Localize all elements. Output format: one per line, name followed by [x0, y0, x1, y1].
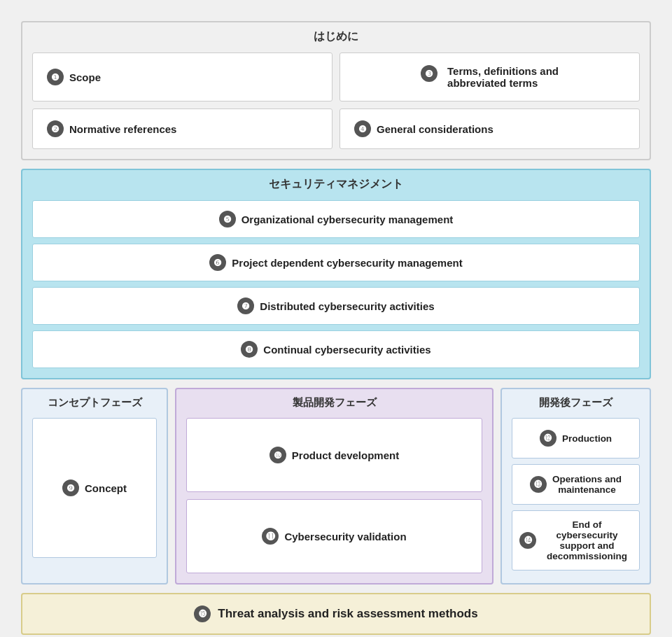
normative-num: ❷ [47, 120, 64, 137]
terms-num: ❸ [421, 65, 438, 82]
general-num: ❹ [354, 120, 371, 137]
cyber-validation-label: Cybersecurity validation [284, 531, 406, 542]
security-section: セキュリティマネジメント ❺ Organizational cybersecur… [21, 169, 651, 379]
main-container: はじめに ❶ Scope ❸ Terms, definitions andabb… [14, 14, 658, 637]
security-row-5: ❺ Organizational cybersecurity managemen… [32, 200, 640, 238]
postdev-phase-title: 開発後フェーズ [512, 396, 640, 410]
num-5: ❺ [219, 211, 236, 227]
intro-section: はじめに ❶ Scope ❸ Terms, definitions andabb… [21, 21, 651, 160]
postdev-phase: 開発後フェーズ ⓬ Production ⓭ Operations andmai… [500, 388, 651, 584]
concept-label: Concept [85, 482, 127, 494]
num-14: ⓮ [519, 532, 536, 549]
security-rows: ❺ Organizational cybersecurity managemen… [32, 200, 640, 368]
product-dev-cell: ❿ Product development [186, 418, 482, 492]
security-label-5: Organizational cybersecurity management [241, 214, 454, 225]
general-label: General considerations [377, 123, 493, 135]
num-12: ⓬ [540, 430, 556, 447]
security-label-7: Distributed cybersecurity activities [260, 300, 434, 312]
phases-section: コンセプトフェーズ ❾ Concept 製品開発フェーズ ❿ Product d… [21, 388, 651, 584]
threat-label: Threat analysis and risk assessment meth… [218, 607, 477, 621]
concept-phase-title: コンセプトフェーズ [32, 396, 157, 410]
general-cell: ❹ General considerations [340, 108, 640, 149]
threat-section: ⓯ Threat analysis and risk assessment me… [21, 593, 651, 635]
product-rows: ❿ Product development ⓫ Cybersecurity va… [186, 418, 482, 573]
num-10: ❿ [270, 447, 286, 463]
product-phase-title: 製品開発フェーズ [186, 396, 482, 410]
intro-grid: ❶ Scope ❸ Terms, definitions andabbrevia… [32, 52, 640, 149]
scope-cell: ❶ Scope [32, 52, 332, 102]
security-title: セキュリティマネジメント [32, 177, 640, 192]
intro-title: はじめに [32, 29, 640, 44]
end-cyber-cell: ⓮ End of cybersecuritysupport anddecommi… [512, 510, 640, 570]
product-dev-label: Product development [292, 449, 399, 461]
security-row-6: ❻ Project dependent cybersecurity manage… [32, 244, 640, 281]
security-label-8: Continual cybersecurity activities [263, 344, 430, 356]
production-cell: ⓬ Production [512, 418, 640, 458]
concept-phase: コンセプトフェーズ ❾ Concept [21, 388, 168, 584]
operations-label: Operations andmaintenance [552, 474, 622, 495]
operations-cell: ⓭ Operations andmaintenance [512, 464, 640, 505]
security-row-7: ❼ Distributed cybersecurity activities [32, 287, 640, 325]
num-6: ❻ [209, 254, 226, 271]
terms-cell: ❸ Terms, definitions andabbreviated term… [340, 52, 640, 102]
scope-num: ❶ [47, 69, 64, 85]
num-15: ⓯ [194, 606, 211, 622]
normative-label: Normative references [69, 123, 176, 135]
num-7: ❼ [237, 298, 254, 314]
concept-cell: ❾ Concept [32, 418, 157, 558]
security-row-8: ❽ Continual cybersecurity activities [32, 330, 640, 368]
security-label-6: Project dependent cybersecurity manageme… [232, 257, 462, 269]
product-phase: 製品開発フェーズ ❿ Product development ⓫ Cyberse… [175, 388, 493, 584]
cyber-validation-cell: ⓫ Cybersecurity validation [186, 499, 482, 573]
production-label: Production [562, 433, 612, 444]
scope-label: Scope [69, 71, 101, 83]
num-11: ⓫ [262, 528, 279, 545]
postdev-rows: ⓬ Production ⓭ Operations andmaintenance… [512, 418, 640, 570]
num-8: ❽ [241, 341, 258, 358]
num-13: ⓭ [530, 476, 547, 493]
normative-cell: ❷ Normative references [32, 108, 332, 149]
num-9: ❾ [62, 479, 79, 496]
terms-label: Terms, definitions andabbreviated terms [447, 65, 559, 89]
end-cyber-label: End of cybersecuritysupport anddecommiss… [542, 519, 632, 561]
